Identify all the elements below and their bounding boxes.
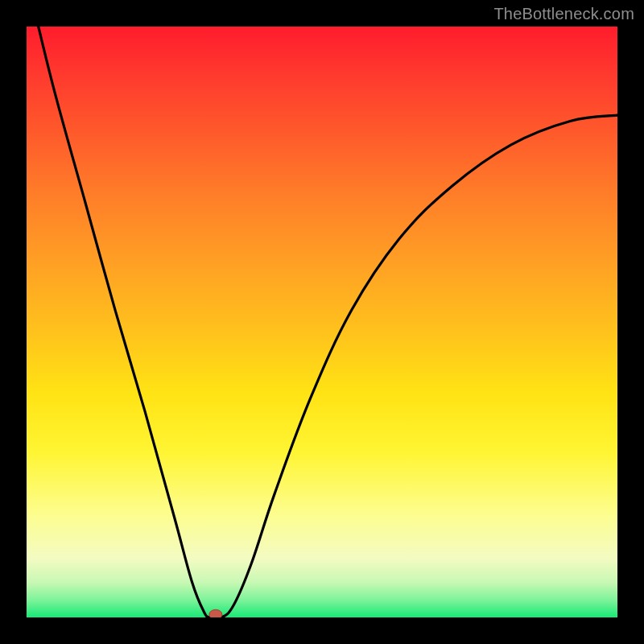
plot-area [27,27,617,617]
minimum-marker [209,609,222,617]
chart-frame: TheBottleneck.com [0,0,644,644]
curve-layer [27,27,617,617]
bottleneck-curve [39,27,617,617]
watermark-text: TheBottleneck.com [493,5,634,23]
